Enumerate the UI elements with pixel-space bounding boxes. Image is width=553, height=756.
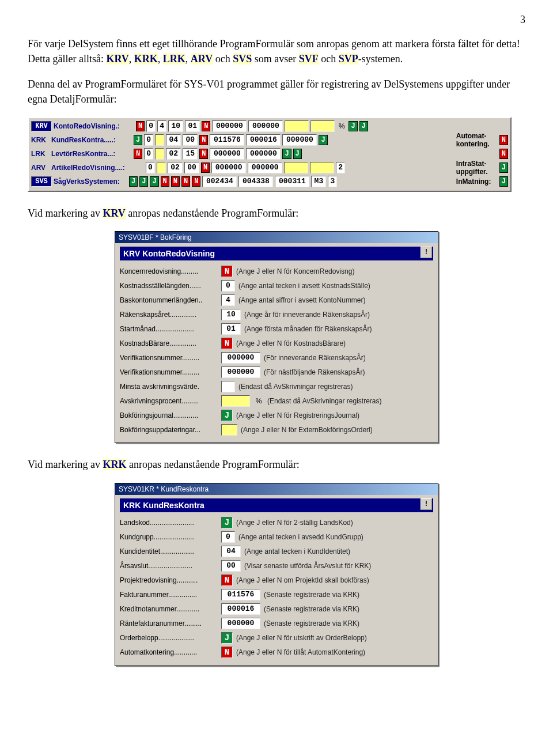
inp[interactable]: 0 [144, 148, 153, 160]
field-value[interactable]: J [221, 632, 233, 644]
field-value[interactable]: 4 [221, 294, 235, 306]
inp[interactable]: 0 [144, 134, 153, 146]
chip-J[interactable]: J [349, 121, 357, 131]
field-value[interactable]: N [221, 647, 233, 658]
field-value[interactable] [221, 395, 250, 407]
chip-J[interactable]: J [359, 121, 368, 131]
inp[interactable]: 0 [146, 120, 156, 132]
dialog-row: Orderbelopp...................J(Ange J e… [120, 631, 433, 645]
chip-N[interactable]: N [499, 149, 508, 159]
field-value[interactable]: 000000 [221, 366, 260, 378]
field-hint: (Ange antal tecken i KundIdentitet) [244, 547, 433, 555]
field-value[interactable]: 00 [221, 560, 241, 572]
inp[interactable]: 04 [166, 134, 181, 146]
chip-J[interactable]: J [282, 149, 291, 159]
chip-N[interactable]: N [199, 135, 208, 145]
field-value[interactable]: 000000 [221, 352, 260, 364]
field-value[interactable]: 0 [221, 531, 235, 543]
inp[interactable]: M3 [311, 176, 326, 187]
chip-J[interactable]: J [319, 135, 327, 145]
field-label: Räkenskapsåret.............. [120, 311, 218, 319]
abbr-lrk[interactable]: LRK [31, 150, 50, 158]
inp[interactable]: 01 [185, 120, 200, 132]
dialog-titlebar[interactable]: SYSV01BF * BokFöring [115, 232, 438, 243]
field-value[interactable] [221, 424, 237, 436]
inp[interactable]: 2 [336, 162, 345, 173]
field-value[interactable] [221, 381, 235, 392]
dialog-titlebar[interactable]: SYSV01KR * KundReskontra [115, 483, 438, 495]
abbr-arv[interactable]: ARV [31, 164, 50, 172]
chip-J[interactable]: J [293, 149, 302, 159]
inp[interactable]: 4 [157, 120, 166, 132]
field-value[interactable]: 04 [221, 546, 241, 557]
field-label: KostnadsBärare.............. [120, 339, 218, 347]
chip-N[interactable]: N [171, 176, 180, 187]
inp-blank[interactable] [157, 162, 166, 173]
inp-blank[interactable] [310, 162, 334, 173]
para-krv: Vid markering av KRV anropas nedanståend… [28, 206, 525, 221]
chip-J[interactable]: J [499, 176, 508, 187]
inp[interactable]: 15 [183, 148, 198, 160]
field-value[interactable]: 0 [221, 280, 235, 292]
field-value[interactable]: 011576 [221, 589, 260, 600]
inp-blank[interactable] [285, 120, 309, 132]
inp[interactable]: 000311 [275, 176, 309, 187]
chip-N[interactable]: N [201, 162, 210, 173]
field-value[interactable]: 000016 [221, 603, 260, 615]
inp-blank[interactable] [155, 134, 164, 146]
inp-blank[interactable] [155, 148, 164, 160]
chip-N[interactable]: N [199, 149, 208, 159]
inp[interactable]: 02 [168, 162, 183, 173]
inp[interactable]: 00 [183, 134, 198, 146]
field-value[interactable]: 10 [221, 309, 241, 320]
chip-J[interactable]: J [499, 162, 508, 173]
inp[interactable]: 002434 [202, 176, 237, 187]
chip-J[interactable]: J [139, 176, 148, 187]
field-label: Kreditnotanummer............ [120, 605, 218, 613]
abbr-krk[interactable]: KRK [31, 136, 50, 144]
bang-button[interactable]: ! [421, 498, 432, 510]
chip-N[interactable]: N [136, 121, 145, 131]
inp[interactable]: 00 [184, 162, 199, 173]
inp[interactable]: 0 [146, 162, 155, 173]
abbr-krv[interactable]: KRV [31, 121, 52, 131]
chip-N[interactable]: N [202, 121, 210, 131]
inp[interactable]: 10 [168, 120, 183, 132]
inp[interactable]: 000000 [246, 148, 281, 160]
chip-N[interactable]: N [181, 176, 190, 187]
field-value[interactable]: 000000 [221, 618, 260, 629]
field-label: Kundidentitet.................. [120, 547, 218, 555]
inp[interactable]: 000000 [282, 134, 317, 146]
field-value[interactable]: N [221, 574, 233, 586]
chip-N[interactable]: N [134, 149, 142, 159]
chip-N[interactable]: N [192, 176, 200, 187]
chip-N[interactable]: N [499, 135, 508, 145]
inp[interactable]: 3 [328, 176, 337, 187]
label-arv: ArtikelRedoVisning....: [51, 164, 132, 172]
bang-button[interactable]: ! [421, 247, 432, 258]
inp[interactable]: 000000 [212, 120, 247, 132]
abbr-svs[interactable]: SVS [31, 176, 52, 187]
chip-J[interactable]: J [129, 176, 138, 187]
field-value[interactable]: N [221, 338, 233, 349]
field-label: Koncernredovisning......... [120, 267, 218, 275]
inp[interactable]: 000000 [248, 162, 282, 173]
inp-blank[interactable] [310, 120, 335, 132]
inp[interactable]: 000016 [246, 134, 281, 146]
field-value[interactable]: 01 [221, 323, 241, 335]
field-value[interactable]: J [221, 517, 233, 528]
dialog-row: Kreditnotanummer............000016(Senas… [120, 602, 433, 617]
inp[interactable]: 011576 [210, 134, 244, 146]
inp[interactable]: 000000 [211, 162, 246, 173]
inp-blank[interactable] [284, 162, 308, 173]
chip-N[interactable]: N [161, 176, 169, 187]
field-value[interactable]: N [221, 266, 233, 277]
field-value[interactable]: J [221, 410, 233, 421]
inp[interactable]: 02 [166, 148, 181, 160]
inp[interactable]: 000000 [210, 148, 244, 160]
inp[interactable]: 004338 [238, 176, 273, 187]
inp[interactable]: 000000 [248, 120, 283, 132]
dialog-row: Startmånad....................01(Ange fö… [120, 322, 433, 336]
chip-J[interactable]: J [134, 135, 142, 145]
chip-J[interactable]: J [150, 176, 158, 187]
